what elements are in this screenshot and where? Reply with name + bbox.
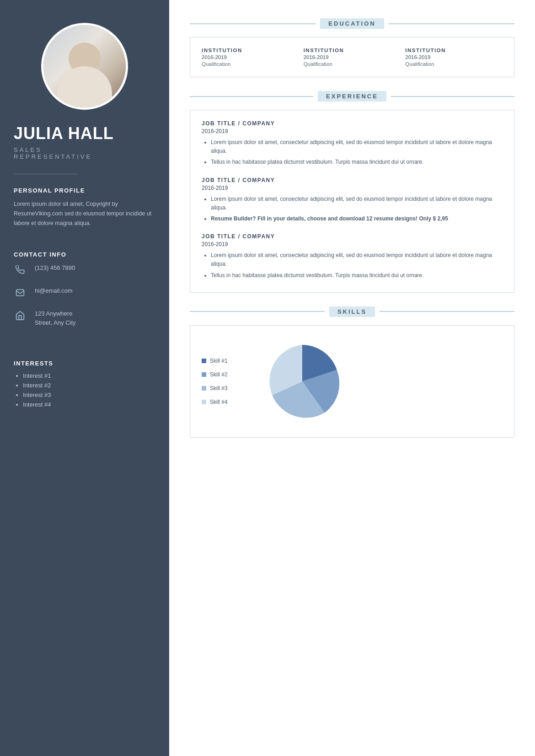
education-grid: INSTITUTION 2016-2019 Qualification INST… xyxy=(202,48,503,67)
email-icon xyxy=(14,286,27,299)
exp-entry-2: JOB TITLE / COMPANY 2016-2019 Lorem ipsu… xyxy=(202,177,503,224)
exp-bullet: Tellus in hac habitasse platea dictumst … xyxy=(211,271,503,280)
skills-pie-chart xyxy=(261,340,343,423)
legend-item-3: Skill #3 xyxy=(202,385,252,391)
skills-box: Skill #1 Skill #2 Skill #3 Skill #4 xyxy=(190,325,514,438)
exp-entry-1: JOB TITLE / COMPANY 2016-2019 Lorem ipsu… xyxy=(202,120,503,167)
legend-label-4: Skill #4 xyxy=(210,399,228,405)
legend-dot-4 xyxy=(202,400,206,404)
skills-legend: Skill #1 Skill #2 Skill #3 Skill #4 xyxy=(202,358,252,405)
interests-section-title: INTERESTS xyxy=(14,360,155,367)
education-header: EDUCATION xyxy=(190,18,514,29)
education-label: EDUCATION xyxy=(320,18,384,29)
full-name: JULIA HALL xyxy=(14,124,155,143)
exp-bullet: Lorem ipsum dolor sit amet, consectetur … xyxy=(211,195,503,212)
edu-item-2: INSTITUTION 2016-2019 Qualification xyxy=(304,48,401,67)
legend-label-3: Skill #3 xyxy=(210,385,228,391)
contact-phone-item: (123) 456 7890 xyxy=(14,263,155,276)
sidebar: JULIA HALL SALES REPRESENTATIVE PERSONAL… xyxy=(0,0,169,756)
experience-label: EXPERIENCE xyxy=(318,91,386,102)
contact-email-item: hi@email.com xyxy=(14,286,155,299)
phone-icon xyxy=(14,263,27,276)
contact-section: CONTACT INFO (123) 456 7890 hi@email.com xyxy=(14,251,155,337)
interests-list: Interest #1 Interest #2 Interest #3 Inte… xyxy=(14,372,155,408)
exp-bullets-1: Lorem ipsum dolor sit amet, consectetur … xyxy=(202,138,503,167)
exp-entry-3: JOB TITLE / COMPANY 2016-2019 Lorem ipsu… xyxy=(202,233,503,280)
exp-bullets-3: Lorem ipsum dolor sit amet, consectetur … xyxy=(202,251,503,280)
job-title: SALES REPRESENTATIVE xyxy=(14,146,155,160)
education-box: INSTITUTION 2016-2019 Qualification INST… xyxy=(190,37,514,77)
skills-section: SKILLS Skill #1 Skill #2 Skill #3 xyxy=(190,306,514,438)
exp-bullet: Lorem ipsum dolor sit amet, consectetur … xyxy=(211,251,503,268)
exp-bullet: Tellus in hac habitasse platea dictumst … xyxy=(211,158,503,166)
experience-header: EXPERIENCE xyxy=(190,91,514,102)
header-line-left xyxy=(190,96,313,97)
legend-label-1: Skill #1 xyxy=(210,358,228,364)
list-item: Interest #3 xyxy=(23,391,155,398)
legend-label-2: Skill #2 xyxy=(210,371,228,378)
skills-content: Skill #1 Skill #2 Skill #3 Skill #4 xyxy=(202,336,503,427)
legend-item-2: Skill #2 xyxy=(202,371,252,378)
legend-item-4: Skill #4 xyxy=(202,399,252,405)
list-item: Interest #2 xyxy=(23,382,155,389)
profile-section-title: PERSONAL PROFILE xyxy=(14,187,85,194)
address-value: 123 Anywhere Street, Any City xyxy=(35,309,76,327)
skills-header: SKILLS xyxy=(190,306,514,317)
list-item: Interest #1 xyxy=(23,372,155,379)
skills-label: SKILLS xyxy=(329,306,375,317)
phone-value: (123) 456 7890 xyxy=(35,263,75,273)
header-line-left xyxy=(190,23,316,24)
email-value: hi@email.com xyxy=(35,286,73,295)
header-line-right xyxy=(391,96,514,97)
list-item: Interest #4 xyxy=(23,401,155,408)
legend-dot-3 xyxy=(202,386,206,391)
avatar xyxy=(41,23,128,110)
name-block: JULIA HALL SALES REPRESENTATIVE xyxy=(14,124,155,160)
education-section: EDUCATION INSTITUTION 2016-2019 Qualific… xyxy=(190,18,514,77)
exp-bullet-bold: Resume Builder? Fill in your details, ch… xyxy=(211,214,503,223)
header-line-right xyxy=(380,311,514,312)
exp-bullet: Lorem ipsum dolor sit amet, consectetur … xyxy=(211,138,503,155)
main-content: EDUCATION INSTITUTION 2016-2019 Qualific… xyxy=(169,0,535,756)
exp-bullets-2: Lorem ipsum dolor sit amet, consectetur … xyxy=(202,195,503,224)
edu-item-1: INSTITUTION 2016-2019 Qualification xyxy=(202,48,299,67)
address-icon xyxy=(14,309,27,322)
header-line-left xyxy=(190,311,325,312)
profile-text: Lorem ipsum dolor sit amet, Copyright by… xyxy=(14,199,155,229)
experience-section: EXPERIENCE JOB TITLE / COMPANY 2016-2019… xyxy=(190,91,514,293)
contact-address-item: 123 Anywhere Street, Any City xyxy=(14,309,155,327)
legend-item-1: Skill #1 xyxy=(202,358,252,364)
svg-rect-0 xyxy=(16,290,24,296)
divider xyxy=(14,174,78,174)
experience-box: JOB TITLE / COMPANY 2016-2019 Lorem ipsu… xyxy=(190,110,514,293)
edu-item-3: INSTITUTION 2016-2019 Qualification xyxy=(405,48,503,67)
legend-dot-1 xyxy=(202,359,206,363)
header-line-right xyxy=(389,23,514,24)
legend-dot-2 xyxy=(202,372,206,377)
interests-section: INTERESTS Interest #1 Interest #2 Intere… xyxy=(14,360,155,411)
contact-section-title: CONTACT INFO xyxy=(14,251,155,258)
